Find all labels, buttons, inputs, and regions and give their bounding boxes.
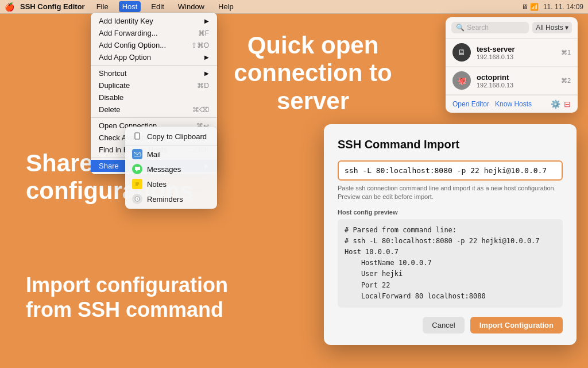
bg-text-quick-open: Quick openconnection to server [224,32,402,115]
search-placeholder: Search [467,24,489,32]
notes-label: Notes [147,180,167,189]
import-button[interactable]: Import Configuration [470,317,563,334]
svg-rect-1 [136,132,138,133]
menu-shortcut[interactable]: Shortcut ▶ [91,67,217,79]
open-editor-btn[interactable]: Open Editor [452,100,489,108]
messages-icon [132,164,142,174]
host-shortcut-1: ⌘1 [561,49,571,56]
dialog-hint: Paste ssh connection command line and im… [338,184,563,202]
ssh-command-input[interactable] [338,160,563,181]
menu-disable[interactable]: Disable [91,91,217,103]
footer-icons: ⚙️ ⊟ [551,99,571,109]
submenu-notes[interactable]: Notes [125,177,217,191]
menu-add-app[interactable]: Add App Option ▶ [91,51,217,63]
share-submenu: Copy to Clipboard Mail Messages Not [125,126,217,209]
host-avatar-octoprint: 🐙 [452,71,471,90]
menubar-file[interactable]: File [93,1,112,12]
bg-text-import: Import configurationfrom SSH command [26,273,228,322]
submenu-messages[interactable]: Messages [125,162,217,177]
menu-duplicate[interactable]: Duplicate ⌘D [91,79,217,91]
search-bar-container: 🔍 Search All Hosts ▾ [446,17,578,39]
mail-label: Mail [147,150,161,159]
panel-close-icon[interactable]: ⊟ [564,99,571,109]
all-hosts-dropdown[interactable]: All Hosts ▾ [532,22,572,33]
preview-label: Host config preview [338,209,563,216]
import-dialog: SSH Command Import Paste ssh connection … [324,124,577,345]
host-info-octoprint: octoprint 192.168.0.13 [477,73,555,89]
menubar-time: 11. 11. 14:09 [543,3,583,11]
reminders-label: Reminders [147,195,183,204]
menubar-icons: 🖥 📶 [521,3,539,11]
dialog-footer: Cancel Import Configuration [338,317,563,334]
copy-clipboard-label: Copy to Clipboard [147,132,207,141]
host-name-octoprint: octoprint [477,73,555,82]
menu-add-forwarding[interactable]: Add Forwarding... ⌘F [91,27,217,39]
gear-icon[interactable]: ⚙️ [551,99,560,109]
notes-icon [132,179,142,189]
svg-rect-0 [135,133,140,139]
host-name-test-server: test-server [477,45,555,53]
menubar-window[interactable]: Window [175,1,208,12]
submenu-mail[interactable]: Mail [125,147,217,162]
host-ip-test-server: 192.168.0.13 [477,53,555,60]
menubar-status: 🖥 📶 11. 11. 14:09 [521,3,583,11]
submenu-reminders[interactable]: Reminders [125,191,217,206]
menubar: 🍎 SSH Config Editor File Host Edit Windo… [0,0,588,14]
apple-menu[interactable]: 🍎 [5,2,14,12]
reminders-icon [132,194,142,204]
host-avatar-test-server: 🖥 [452,43,471,62]
search-input-area[interactable]: 🔍 Search [451,22,529,33]
menu-delete[interactable]: Delete ⌘⌫ [91,103,217,116]
cancel-button[interactable]: Cancel [423,317,464,334]
config-preview: # Parsed from command line: # ssh -L 80:… [338,219,563,308]
app-name[interactable]: SSH Config Editor [20,2,85,11]
search-icon: 🔍 [456,24,465,32]
menubar-edit[interactable]: Edit [148,1,167,12]
menu-add-config[interactable]: Add Config Option... ⇧⌘O [91,39,217,51]
messages-label: Messages [147,165,181,174]
clipboard-icon [132,131,142,141]
host-info-test-server: test-server 192.168.0.13 [477,45,555,60]
submenu-copy-clipboard[interactable]: Copy to Clipboard [125,129,217,145]
panel-footer: Open Editor Know Hosts ⚙️ ⊟ [446,95,578,113]
host-shortcut-2: ⌘2 [561,77,571,85]
quick-open-panel: 🔍 Search All Hosts ▾ 🖥 test-server 192.1… [446,17,578,113]
host-item-test-server[interactable]: 🖥 test-server 192.168.0.13 ⌘1 [446,39,578,67]
host-ip-octoprint: 192.168.0.13 [477,82,555,89]
mail-icon [132,149,142,159]
dialog-title: SSH Command Import [338,138,563,151]
know-hosts-btn[interactable]: Know Hosts [495,100,532,108]
menubar-host[interactable]: Host [119,1,141,12]
menu-add-identity[interactable]: Add Identity Key ▶ [91,15,217,27]
menubar-help[interactable]: Help [215,1,237,12]
separator-2 [91,117,217,118]
host-item-octoprint[interactable]: 🐙 octoprint 192.168.0.13 ⌘2 [446,67,578,95]
separator-1 [91,65,217,66]
